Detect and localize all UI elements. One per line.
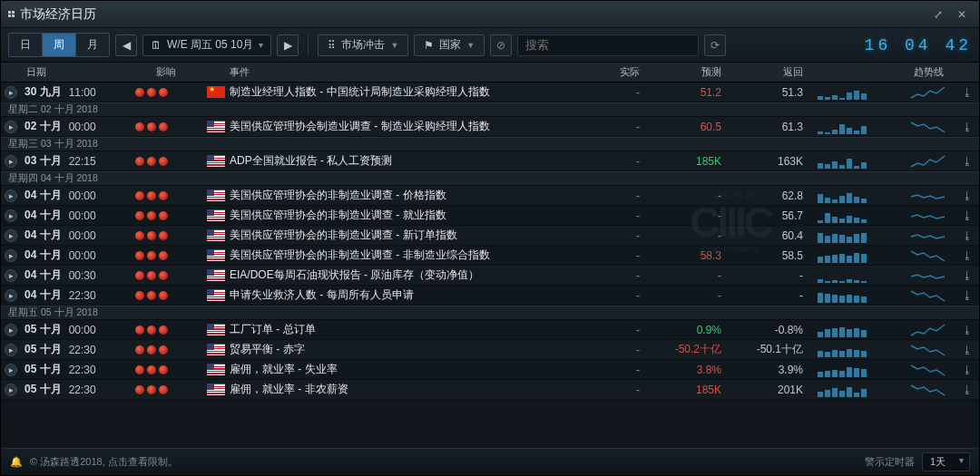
download-icon[interactable]: ⭳ bbox=[956, 289, 979, 302]
event-row[interactable]: ▸ 05 十月00:00工厂订单 - 总订单-0.9%-0.8% ⭳ bbox=[1, 320, 979, 340]
flag-icon bbox=[207, 249, 225, 261]
refresh-button[interactable]: ⟳ bbox=[704, 34, 726, 56]
history-bars bbox=[812, 83, 901, 102]
expand-button[interactable]: ▸ bbox=[1, 289, 21, 302]
download-icon[interactable]: ⭳ bbox=[956, 121, 979, 133]
col-event[interactable]: 事件 bbox=[230, 65, 567, 79]
download-icon[interactable]: ⭳ bbox=[956, 269, 979, 282]
download-icon[interactable]: ⭳ bbox=[956, 155, 979, 168]
download-icon[interactable]: ⭳ bbox=[956, 229, 979, 242]
trend-sparkline bbox=[901, 383, 956, 397]
chevron-down-icon: ▼ bbox=[390, 41, 398, 50]
expand-button[interactable]: ▸ bbox=[1, 364, 21, 376]
date-display[interactable]: 🗓 W/E 周五 05 10月 ▾ bbox=[142, 34, 271, 56]
download-icon[interactable]: ⭳ bbox=[956, 364, 979, 376]
event-row[interactable]: ▸ 04 十月00:30EIA/DOE每周石油现状报告 - 原油库存（变动净值）… bbox=[1, 266, 979, 286]
expand-button[interactable]: ▸ bbox=[1, 229, 21, 242]
expand-button[interactable]: ▸ bbox=[1, 269, 21, 282]
clock: 16 04 42 bbox=[865, 36, 972, 54]
expand-button[interactable]: ▸ bbox=[1, 209, 21, 222]
expand-button[interactable]: ▸ bbox=[1, 249, 21, 262]
expand-button[interactable]: ▸ bbox=[1, 384, 21, 396]
flag-cell bbox=[202, 189, 230, 201]
market-impact-filter[interactable]: ⠿ 市场冲击 ▼ bbox=[318, 34, 408, 56]
forecast-value: 185K bbox=[649, 384, 730, 396]
copyright[interactable]: © 汤森路透2018, 点击查看限制。 bbox=[30, 455, 178, 469]
date-cell: 04 十月00:00 bbox=[21, 248, 130, 263]
close-icon[interactable]: ✕ bbox=[952, 6, 972, 23]
expand-button[interactable]: ▸ bbox=[1, 155, 21, 168]
expand-icon[interactable]: ⤢ bbox=[928, 6, 948, 23]
date-cell: 04 十月22:30 bbox=[21, 287, 130, 303]
history-bars bbox=[812, 206, 901, 226]
impact-dot bbox=[147, 325, 156, 335]
flag-cell bbox=[202, 249, 230, 261]
prior-value: 3.9% bbox=[730, 364, 812, 376]
flag-icon bbox=[207, 384, 225, 395]
bell-icon[interactable]: 🔔 bbox=[10, 456, 23, 468]
clear-filter-button[interactable]: ⊘ bbox=[490, 34, 512, 56]
col-trend[interactable]: 趋势线 bbox=[901, 65, 956, 79]
event-row[interactable]: ▸ 04 十月22:30申请失业救济人数 - 每周所有人员申请--- ⭳ bbox=[1, 286, 979, 306]
flag-cell bbox=[202, 229, 230, 241]
actual-value: - bbox=[567, 155, 649, 168]
date-cell: 02 十月00:00 bbox=[21, 119, 130, 134]
download-icon[interactable]: ⭳ bbox=[956, 344, 979, 356]
event-row[interactable]: ▸ 04 十月00:00美国供应管理协会的非制造业调查 - 就业指数--56.7… bbox=[1, 206, 979, 226]
impact-dot bbox=[147, 88, 156, 97]
impact-dot bbox=[159, 191, 168, 200]
event-row[interactable]: ▸ 04 十月00:00美国供应管理协会的非制造业调查 - 新订单指数--60.… bbox=[1, 226, 979, 246]
event-row[interactable]: ▸ 03 十月22:15ADP全国就业报告 - 私人工资预测-185K163K … bbox=[1, 151, 979, 171]
event-row[interactable]: ▸ 04 十月00:00美国供应管理协会的非制造业调查 - 非制造业综合指数-5… bbox=[1, 246, 979, 266]
event-row[interactable]: ▸ 05 十月22:30雇佣，就业率 - 非农薪资-185K201K ⭳ bbox=[1, 380, 979, 400]
impact-dot bbox=[147, 191, 156, 200]
group-header: 星期二 02 十月 2018 bbox=[1, 102, 979, 117]
col-prior[interactable]: 返回 bbox=[730, 65, 812, 79]
event-row[interactable]: ▸ 04 十月00:00美国供应管理协会的非制造业调查 - 价格指数--62.8… bbox=[1, 186, 979, 206]
col-impact[interactable]: 影响 bbox=[130, 65, 202, 79]
impact-dot bbox=[135, 271, 144, 280]
prior-value: - bbox=[730, 269, 812, 282]
impact-dot bbox=[135, 251, 144, 260]
history-bars bbox=[812, 380, 901, 400]
tab-week[interactable]: 周 bbox=[43, 34, 76, 56]
expand-button[interactable]: ▸ bbox=[1, 86, 21, 99]
col-actual[interactable]: 实际 bbox=[567, 65, 649, 79]
actual-value: - bbox=[567, 189, 649, 202]
country-filter[interactable]: ⚑ 国家 ▼ bbox=[414, 34, 485, 56]
tab-day[interactable]: 日 bbox=[9, 34, 43, 56]
group-header: 星期五 05 十月 2018 bbox=[1, 306, 979, 320]
impact-dot bbox=[135, 231, 144, 240]
next-button[interactable]: ▶ bbox=[277, 34, 299, 56]
actual-value: - bbox=[567, 249, 649, 262]
tab-month[interactable]: 月 bbox=[76, 34, 109, 56]
col-date[interactable]: 日期 bbox=[21, 65, 130, 79]
event-row[interactable]: ▸ 02 十月00:00美国供应管理协会制造业调查 - 制造业采购经理人指数-6… bbox=[1, 117, 979, 137]
event-row[interactable]: ▸ 05 十月22:30贸易平衡 - 赤字--50.2十亿-50.1十亿 ⭳ bbox=[1, 340, 979, 360]
expand-button[interactable]: ▸ bbox=[1, 189, 21, 202]
impact-dot bbox=[147, 211, 156, 220]
event-row[interactable]: ▸ 05 十月22:30雇佣，就业率 - 失业率-3.8%3.9% ⭳ bbox=[1, 360, 979, 380]
download-icon[interactable]: ⭳ bbox=[956, 324, 979, 336]
download-icon[interactable]: ⭳ bbox=[956, 249, 979, 262]
expand-button[interactable]: ▸ bbox=[1, 344, 21, 356]
forecast-value: 185K bbox=[649, 155, 730, 168]
actual-value: - bbox=[567, 229, 649, 242]
search-input[interactable] bbox=[517, 34, 699, 56]
impact-cell bbox=[130, 211, 202, 220]
prev-button[interactable]: ◀ bbox=[115, 34, 137, 56]
event-list[interactable]: ▸ 30 九月11:00制造业经理人指数 - 中国统计局制造业采购经理人指数-5… bbox=[1, 83, 979, 448]
column-headers: 日期 影响 事件 实际 预测 返回 趋势线 bbox=[1, 63, 979, 83]
download-icon[interactable]: ⭳ bbox=[956, 86, 979, 99]
expand-button[interactable]: ▸ bbox=[1, 121, 21, 133]
download-icon[interactable]: ⭳ bbox=[956, 209, 979, 222]
download-icon[interactable]: ⭳ bbox=[956, 384, 979, 396]
col-forecast[interactable]: 预测 bbox=[649, 65, 730, 79]
event-row[interactable]: ▸ 30 九月11:00制造业经理人指数 - 中国统计局制造业采购经理人指数-5… bbox=[1, 83, 979, 102]
expand-button[interactable]: ▸ bbox=[1, 324, 21, 336]
download-icon[interactable]: ⭳ bbox=[956, 189, 979, 202]
impact-cell bbox=[130, 325, 202, 335]
duration-select[interactable]: 1天 bbox=[922, 452, 970, 471]
trend-sparkline bbox=[901, 228, 956, 243]
impact-dot bbox=[147, 122, 156, 131]
